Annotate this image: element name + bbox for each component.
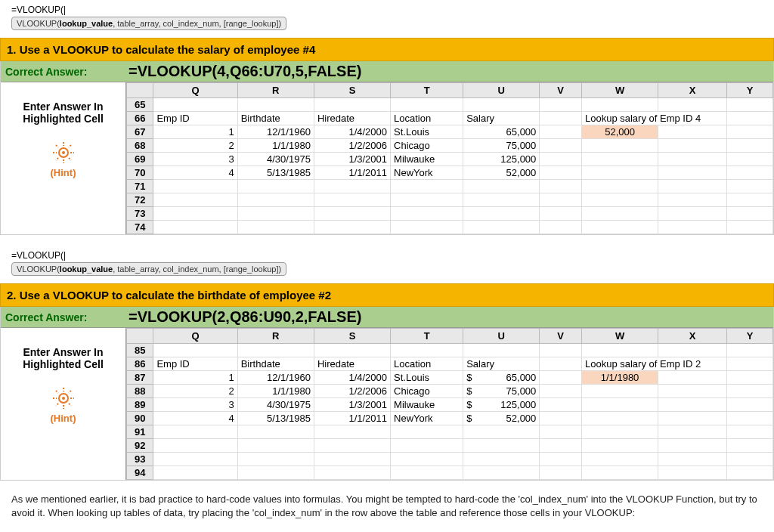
cell[interactable]: $75,000 <box>463 385 540 398</box>
cell[interactable] <box>581 180 658 193</box>
hint-label[interactable]: (Hint) <box>1 413 125 424</box>
cell[interactable] <box>153 207 237 221</box>
cell[interactable] <box>658 398 727 412</box>
cell[interactable] <box>540 166 582 180</box>
cell[interactable]: Birthdate <box>237 357 314 371</box>
cell[interactable] <box>463 453 540 466</box>
cell[interactable] <box>463 180 540 193</box>
cell[interactable] <box>391 344 463 357</box>
cell[interactable] <box>581 98 658 112</box>
cell[interactable]: NewYork <box>391 412 463 425</box>
cell[interactable] <box>153 193 237 207</box>
cell[interactable] <box>540 139 582 153</box>
cell[interactable] <box>391 207 463 221</box>
cell[interactable] <box>658 466 727 480</box>
cell[interactable]: 3 <box>153 153 237 166</box>
cell[interactable]: 1/1/2011 <box>314 412 390 425</box>
cell[interactable]: 1/2/2006 <box>314 385 390 398</box>
cell[interactable]: 4/30/1975 <box>237 398 314 412</box>
highlighted-result-cell[interactable]: 1/1/1980 <box>581 371 658 385</box>
cell[interactable]: Emp ID <box>153 357 237 371</box>
cell[interactable]: 1 <box>153 125 237 139</box>
cell[interactable] <box>540 385 582 398</box>
cell[interactable] <box>463 344 540 357</box>
cell[interactable] <box>581 385 658 398</box>
cell[interactable]: Location <box>391 357 463 371</box>
cell[interactable] <box>391 425 463 439</box>
cell[interactable] <box>727 193 773 207</box>
cell[interactable]: 125,000 <box>463 153 540 166</box>
cell[interactable] <box>391 453 463 466</box>
cell[interactable] <box>314 453 390 466</box>
cell[interactable] <box>314 221 390 234</box>
cell[interactable]: St.Louis <box>391 371 463 385</box>
cell[interactable]: NewYork <box>391 166 463 180</box>
cell[interactable] <box>658 371 727 385</box>
highlighted-result-cell[interactable]: 52,000 <box>581 125 658 139</box>
cell[interactable] <box>581 221 658 234</box>
cell[interactable] <box>581 466 658 480</box>
cell[interactable] <box>727 166 773 180</box>
cell[interactable]: 75,000 <box>463 139 540 153</box>
cell[interactable] <box>727 357 773 371</box>
cell[interactable]: 12/1/1960 <box>237 371 314 385</box>
cell[interactable] <box>540 112 582 125</box>
cell[interactable] <box>237 466 314 480</box>
cell[interactable] <box>658 412 727 425</box>
cell[interactable] <box>391 98 463 112</box>
cell[interactable] <box>463 425 540 439</box>
cell[interactable] <box>658 153 727 166</box>
cell[interactable] <box>237 344 314 357</box>
cell[interactable] <box>540 125 582 139</box>
cell[interactable] <box>727 125 773 139</box>
cell[interactable] <box>727 221 773 234</box>
cell[interactable] <box>237 221 314 234</box>
cell[interactable]: Hiredate <box>314 112 390 125</box>
cell[interactable]: St.Louis <box>391 125 463 139</box>
cell[interactable] <box>658 98 727 112</box>
cell[interactable] <box>391 180 463 193</box>
cell[interactable] <box>727 385 773 398</box>
cell[interactable]: 1/2/2006 <box>314 139 390 153</box>
cell[interactable] <box>314 207 390 221</box>
cell[interactable]: Salary <box>463 357 540 371</box>
cell[interactable]: 1/3/2001 <box>314 153 390 166</box>
cell[interactable] <box>153 221 237 234</box>
cell[interactable] <box>391 221 463 234</box>
cell[interactable]: Milwauke <box>391 398 463 412</box>
cell[interactable] <box>658 344 727 357</box>
cell[interactable] <box>658 193 727 207</box>
cell[interactable]: 1/1/1980 <box>237 139 314 153</box>
cell[interactable]: Chicago <box>391 139 463 153</box>
cell[interactable] <box>540 357 582 371</box>
cell[interactable] <box>581 439 658 453</box>
cell[interactable] <box>314 425 390 439</box>
cell[interactable] <box>581 193 658 207</box>
cell[interactable] <box>727 139 773 153</box>
cell[interactable] <box>391 439 463 453</box>
cell[interactable]: 4/30/1975 <box>237 153 314 166</box>
cell[interactable] <box>463 98 540 112</box>
cell[interactable] <box>237 439 314 453</box>
cell[interactable] <box>581 425 658 439</box>
cell[interactable] <box>391 193 463 207</box>
cell[interactable]: 2 <box>153 385 237 398</box>
cell[interactable]: Birthdate <box>237 112 314 125</box>
cell[interactable] <box>727 207 773 221</box>
cell[interactable] <box>540 180 582 193</box>
cell[interactable] <box>727 371 773 385</box>
cell[interactable] <box>314 193 390 207</box>
cell[interactable] <box>237 193 314 207</box>
cell[interactable] <box>463 193 540 207</box>
cell[interactable] <box>658 139 727 153</box>
cell[interactable] <box>314 439 390 453</box>
cell[interactable]: 1/3/2001 <box>314 398 390 412</box>
cell[interactable] <box>540 207 582 221</box>
cell[interactable] <box>153 344 237 357</box>
cell[interactable] <box>727 344 773 357</box>
cell[interactable]: Chicago <box>391 385 463 398</box>
cell[interactable] <box>658 425 727 439</box>
cell[interactable] <box>540 412 582 425</box>
cell[interactable] <box>658 221 727 234</box>
cell[interactable] <box>581 139 658 153</box>
